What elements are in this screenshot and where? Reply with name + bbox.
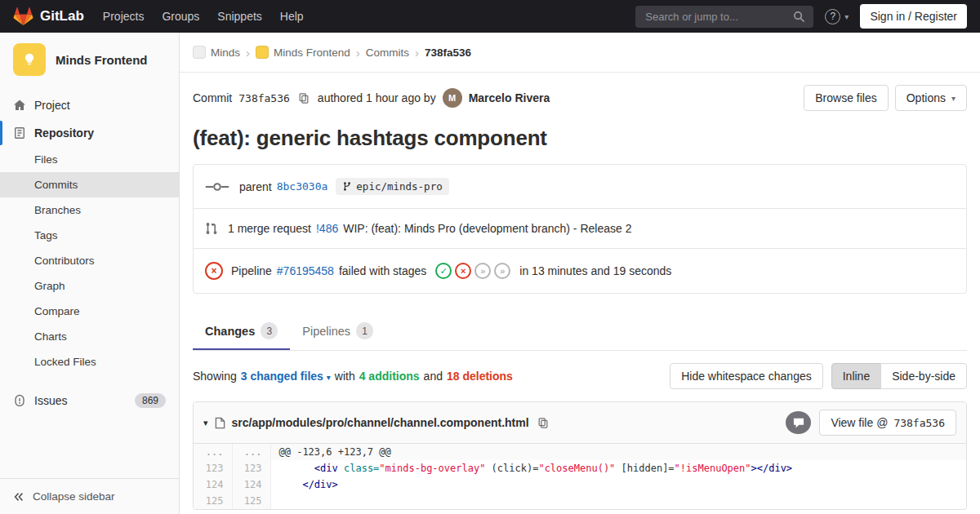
side-by-side-view-button[interactable]: Side-by-side xyxy=(880,363,967,389)
diff-table-body: ......@@ -123,6 +123,7 @@123123 <div cla… xyxy=(194,444,966,509)
diff-row: 125125 xyxy=(194,493,966,509)
code-line: @@ -123,6 +123,7 @@ xyxy=(270,444,966,460)
old-line-number[interactable]: 123 xyxy=(194,460,232,476)
breadcrumb-link-commits[interactable]: Commits xyxy=(366,47,409,59)
project-name: Minds Frontend xyxy=(56,53,148,67)
breadcrumb-separator: › xyxy=(246,46,250,60)
and-label: and xyxy=(424,370,443,383)
sidebar-item-branches[interactable]: Branches xyxy=(0,197,179,223)
sidebar-item-commits[interactable]: Commits xyxy=(0,172,179,197)
project-avatar xyxy=(13,43,46,76)
pipeline-link[interactable]: #76195458 xyxy=(277,264,334,277)
new-line-number[interactable]: 124 xyxy=(232,476,270,493)
sidebar-item-label: Locked Files xyxy=(34,356,166,368)
sidebar-item-issues[interactable]: Issues869 xyxy=(0,386,179,415)
tab-count-badge: 1 xyxy=(356,322,373,339)
commit-sha: 738fa536 xyxy=(238,92,290,104)
nav-item-projects[interactable]: Projects xyxy=(94,0,154,33)
gitlab-logo-link[interactable]: GitLab xyxy=(13,7,84,26)
sidebar-item-files[interactable]: Files xyxy=(0,147,179,172)
nav-item-help[interactable]: Help xyxy=(271,0,313,33)
breadcrumb-link-minds-frontend[interactable]: Minds Frontend xyxy=(256,46,350,59)
sidebar-item-label: Branches xyxy=(34,204,166,216)
repository-icon xyxy=(13,126,26,140)
sidebar-item-label: Compare xyxy=(34,305,166,317)
sidebar-item-label: Issues xyxy=(34,394,127,407)
diff-row: ......@@ -123,6 +123,7 @@ xyxy=(194,444,966,460)
copy-sha-button[interactable] xyxy=(296,91,311,106)
browse-files-button[interactable]: Browse files xyxy=(804,85,888,111)
old-line-number[interactable]: 125 xyxy=(194,493,232,509)
pipeline-row: × Pipeline #76195458 failed with stages … xyxy=(194,248,966,293)
nav-item-groups[interactable]: Groups xyxy=(153,0,208,33)
logo-text: GitLab xyxy=(40,8,84,24)
help-dropdown[interactable]: ? ▾ xyxy=(825,9,849,24)
merge-request-link[interactable]: !486 xyxy=(316,222,338,235)
sidebar-item-locked-files[interactable]: Locked Files xyxy=(0,349,179,374)
commit-title: (feat): generic hashtags component xyxy=(193,126,967,151)
stage-skipped-icon[interactable]: » xyxy=(474,263,491,279)
stage-failed-icon[interactable]: × xyxy=(455,263,471,279)
file-actions: View file @ 738fa536 xyxy=(786,410,956,436)
new-line-number[interactable]: 125 xyxy=(232,493,270,509)
tab-pipelines[interactable]: Pipelines1 xyxy=(290,312,385,350)
copy-file-path-button[interactable] xyxy=(536,415,550,431)
toggle-comments-button[interactable] xyxy=(786,411,811,434)
new-line-number[interactable]: 123 xyxy=(232,460,270,476)
merge-request-title: WIP: (feat): Minds Pro (development bran… xyxy=(343,222,631,235)
options-dropdown-button[interactable]: Options ▾ xyxy=(895,85,967,111)
sign-in-button[interactable]: Sign in / Register xyxy=(860,4,967,29)
pipeline-duration: in 13 minutes and 19 seconds xyxy=(519,264,671,277)
options-label: Options xyxy=(906,91,946,104)
diff-table: ......@@ -123,6 +123,7 @@123123 <div cla… xyxy=(194,444,966,509)
main-content: Minds›Minds Frontend›Commits›738fa536 Co… xyxy=(180,0,980,510)
file-path-link[interactable]: src/app/modules/pro/channel/channel.comp… xyxy=(232,416,529,429)
changed-files-dropdown[interactable]: 3 changed files ▾ xyxy=(241,370,331,383)
author-avatar[interactable]: M xyxy=(443,88,462,108)
sidebar-item-tags[interactable]: Tags xyxy=(0,223,179,248)
search-box[interactable] xyxy=(635,6,813,28)
gitlab-tanuki-icon xyxy=(13,7,33,26)
view-file-sha: 738fa536 xyxy=(893,417,945,429)
parent-sha-link[interactable]: 8bc3030a xyxy=(277,180,328,193)
parent-label: parent xyxy=(239,180,272,193)
sidebar-item-project[interactable]: Project xyxy=(0,91,179,119)
tabs: Changes3Pipelines1 xyxy=(193,312,967,351)
branch-ref-label: epic/minds-pro xyxy=(356,180,442,193)
search-input[interactable] xyxy=(644,10,793,24)
old-line-number[interactable]: ... xyxy=(194,444,232,460)
old-line-number[interactable]: 124 xyxy=(194,476,232,493)
commit-label: Commit xyxy=(193,91,232,104)
stage-skipped-icon[interactable]: » xyxy=(494,263,510,279)
search-icon[interactable] xyxy=(793,11,805,23)
tab-label: Changes xyxy=(205,325,255,338)
collapse-file-caret-icon[interactable]: ▾ xyxy=(203,418,208,428)
file-icon xyxy=(215,417,225,429)
stage-success-icon[interactable]: ✓ xyxy=(435,263,452,279)
sidebar-item-contributors[interactable]: Contributors xyxy=(0,248,179,273)
hide-whitespace-button[interactable]: Hide whitespace changes xyxy=(670,363,823,389)
new-line-number[interactable]: ... xyxy=(232,444,270,460)
collapse-sidebar-button[interactable]: Collapse sidebar xyxy=(0,478,179,514)
nav-item-snippets[interactable]: Snippets xyxy=(208,0,270,33)
pipeline-failed-icon[interactable]: × xyxy=(205,262,223,280)
sidebar-item-graph[interactable]: Graph xyxy=(0,273,179,299)
view-file-button[interactable]: View file @ 738fa536 xyxy=(819,410,956,436)
file-diff-header: ▾ src/app/modules/pro/channel/channel.co… xyxy=(194,402,966,444)
breadcrumb-separator: › xyxy=(415,46,419,60)
inline-view-button[interactable]: Inline xyxy=(831,363,881,389)
sidebar-item-repository[interactable]: Repository xyxy=(0,119,179,147)
author-name-link[interactable]: Marcelo Rivera xyxy=(469,91,550,104)
merge-request-icon xyxy=(205,222,218,235)
pipeline-stages: ✓×»» xyxy=(435,263,510,279)
sidebar-item-compare[interactable]: Compare xyxy=(0,299,179,324)
sidebar-item-charts[interactable]: Charts xyxy=(0,324,179,349)
commit-meta-box: parent 8bc3030a epic/minds-pro 1 merge r… xyxy=(193,164,967,294)
breadcrumb-link-minds[interactable]: Minds xyxy=(193,46,240,59)
deletions-label: 18 deletions xyxy=(447,370,513,383)
branch-ref-badge[interactable]: epic/minds-pro xyxy=(336,178,448,195)
project-context-link[interactable]: Minds Frontend xyxy=(0,33,179,86)
tab-changes[interactable]: Changes3 xyxy=(193,312,290,350)
breadcrumb-separator: › xyxy=(356,46,360,60)
merge-request-count: 1 merge request xyxy=(228,222,311,235)
